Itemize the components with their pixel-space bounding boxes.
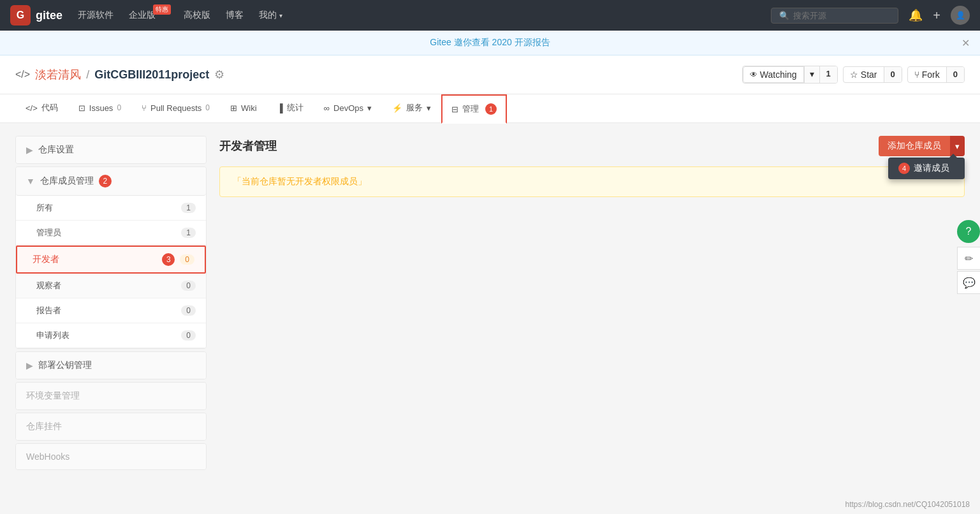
- observer-count: 0: [181, 281, 196, 291]
- sidebar-item-all[interactable]: 所有 1: [16, 196, 206, 221]
- sidebar-section-deploy-key: ▶ 部署公钥管理: [15, 351, 207, 379]
- env-vars-header[interactable]: 环境变量管理: [16, 383, 206, 409]
- fork-button[interactable]: ⑂ Fork: [908, 67, 946, 82]
- search-icon: 🔍: [779, 11, 789, 20]
- star-count: 0: [884, 67, 902, 82]
- repo-name: GitCGBIII2011project: [94, 68, 209, 82]
- nav-blog[interactable]: 博客: [226, 10, 244, 21]
- sidebar-item-apply-list[interactable]: 申请列表 0: [16, 323, 206, 348]
- sidebar-section-repo-settings: ▶ 仓库设置: [15, 136, 207, 164]
- sidebar: ▶ 仓库设置 ▼ 仓库成员管理 2 所有 1 管理员 1 开发者: [15, 136, 207, 473]
- chat-button[interactable]: 💬: [957, 271, 980, 294]
- devops-dropdown-icon: ▾: [367, 103, 372, 113]
- developer-label: 开发者: [33, 254, 59, 265]
- logo[interactable]: G gitee: [10, 5, 62, 26]
- add-member-button[interactable]: 添加仓库成员: [879, 136, 950, 156]
- env-vars-label: 环境变量管理: [26, 390, 80, 402]
- float-buttons: ? ✏ 💬: [957, 220, 980, 294]
- repo-tabs: </> 代码 ⊡ Issues 0 ⑂ Pull Requests 0 ⊞ Wi…: [0, 94, 980, 123]
- avatar[interactable]: 👤: [951, 6, 970, 25]
- wiki-tab-icon: ⊞: [230, 103, 237, 113]
- search-input[interactable]: [793, 11, 890, 20]
- services-dropdown-icon: ▾: [427, 103, 431, 113]
- chevron-down-icon: ▼: [26, 176, 35, 186]
- member-mgmt-badge: 2: [99, 175, 112, 187]
- apply-count: 0: [181, 330, 196, 341]
- tab-stats[interactable]: ▐ 统计: [267, 94, 314, 122]
- top-navigation: G gitee 开源软件 企业版 特惠 高校版 博客 我的 ▾ 🔍 🔔 + 👤: [0, 0, 980, 31]
- repo-settings-header[interactable]: ▶ 仓库设置: [16, 136, 206, 163]
- notification-icon[interactable]: 🔔: [909, 8, 923, 22]
- sidebar-item-observer[interactable]: 观察者 0: [16, 274, 206, 298]
- invite-dropdown: 4 邀请成员: [888, 158, 965, 179]
- invite-member-option[interactable]: 4 邀请成员: [888, 158, 965, 179]
- help-button[interactable]: ?: [957, 220, 980, 243]
- admin-badge: 1: [485, 103, 497, 115]
- code-tab-icon: </>: [26, 103, 38, 113]
- add-member-btn-group: 添加仓库成员 ▾ 4 邀请成员: [879, 136, 965, 156]
- deploy-key-header[interactable]: ▶ 部署公钥管理: [16, 352, 206, 379]
- repo-settings-icon[interactable]: ⚙: [214, 68, 224, 82]
- all-label: 所有: [36, 202, 53, 214]
- avatar-icon: 👤: [956, 11, 965, 20]
- edit-button[interactable]: ✏: [957, 247, 980, 270]
- watching-group: 👁 Watching ▾ 1: [742, 66, 838, 84]
- tab-issues[interactable]: ⊡ Issues 0: [68, 94, 131, 122]
- sidebar-item-reporter[interactable]: 报告者 0: [16, 298, 206, 323]
- tab-wiki-label: Wiki: [241, 103, 257, 113]
- pr-count: 0: [205, 103, 210, 112]
- fork-group: ⑂ Fork 0: [907, 66, 965, 83]
- webhooks-header[interactable]: WebHooks: [16, 444, 206, 469]
- tab-devops[interactable]: ∞ DevOps ▾: [314, 94, 382, 122]
- edit-icon: ✏: [965, 253, 973, 265]
- tab-code-label: 代码: [41, 102, 58, 114]
- watching-count: 1: [819, 66, 837, 83]
- top-nav-right: 🔍 🔔 + 👤: [771, 6, 970, 25]
- tab-admin[interactable]: ⊟ 管理 1: [441, 94, 507, 124]
- breadcrumb-slash: /: [86, 68, 89, 82]
- reporter-label: 报告者: [36, 305, 61, 316]
- nav-opensource[interactable]: 开源软件: [78, 10, 113, 21]
- repo-actions: 👁 Watching ▾ 1 ☆ Star 0 ⑂ Fork 0: [742, 66, 965, 84]
- tab-services[interactable]: ⚡ 服务 ▾: [382, 94, 441, 122]
- tab-devops-label: DevOps: [333, 103, 363, 113]
- stats-tab-icon: ▐: [277, 103, 283, 113]
- star-label: Star: [861, 70, 877, 80]
- sidebar-item-developer[interactable]: 开发者 3 0: [16, 246, 206, 274]
- sidebar-section-env-vars: 环境变量管理: [15, 382, 207, 410]
- announcement-bar: Gitee 邀你查看 2020 开源报告 ✕: [0, 31, 980, 55]
- admin-tab-icon: ⊟: [451, 105, 458, 114]
- announce-link[interactable]: Gitee 邀你查看 2020 开源报告: [430, 37, 550, 47]
- repo-hooks-header[interactable]: 仓库挂件: [16, 413, 206, 440]
- content-header: 开发者管理 添加仓库成员 ▾ 4 邀请成员: [219, 136, 965, 156]
- tab-pullrequests[interactable]: ⑂ Pull Requests 0: [131, 94, 220, 122]
- create-icon[interactable]: +: [933, 8, 940, 23]
- watching-dropdown-btn[interactable]: ▾: [804, 66, 819, 83]
- nav-mine[interactable]: 我的 ▾: [259, 10, 282, 21]
- sidebar-item-admin[interactable]: 管理员 1: [16, 221, 206, 246]
- services-tab-icon: ⚡: [392, 103, 402, 113]
- dropdown-arrow: [949, 154, 957, 158]
- tab-code[interactable]: </> 代码: [15, 94, 68, 122]
- developer-count: 0: [180, 254, 194, 265]
- logo-text: gitee: [36, 9, 62, 22]
- nav-university[interactable]: 高校版: [184, 10, 210, 21]
- logo-icon: G: [10, 5, 31, 26]
- repo-title: </> 淡若清风 / GitCGBIII2011project ⚙: [15, 67, 224, 82]
- announce-close-icon[interactable]: ✕: [962, 37, 970, 49]
- star-button[interactable]: ☆ Star: [844, 67, 884, 82]
- watching-button[interactable]: 👁 Watching: [743, 66, 804, 83]
- repo-owner-link[interactable]: 淡若清风: [35, 67, 81, 82]
- deploy-key-label: 部署公钥管理: [38, 360, 92, 371]
- watching-label: Watching: [760, 70, 797, 80]
- admin-label: 管理员: [36, 227, 61, 239]
- issues-tab-icon: ⊡: [78, 103, 85, 113]
- chevron-right-icon: ▶: [26, 145, 33, 155]
- observer-label: 观察者: [36, 280, 61, 291]
- tab-wiki[interactable]: ⊞ Wiki: [220, 94, 267, 122]
- all-count: 1: [181, 203, 196, 213]
- repo-header: </> 淡若清风 / GitCGBIII2011project ⚙ 👁 Watc…: [0, 55, 980, 94]
- nav-enterprise[interactable]: 企业版 特惠: [129, 10, 168, 21]
- search-box[interactable]: 🔍: [771, 8, 898, 24]
- member-mgmt-header[interactable]: ▼ 仓库成员管理 2: [16, 167, 206, 196]
